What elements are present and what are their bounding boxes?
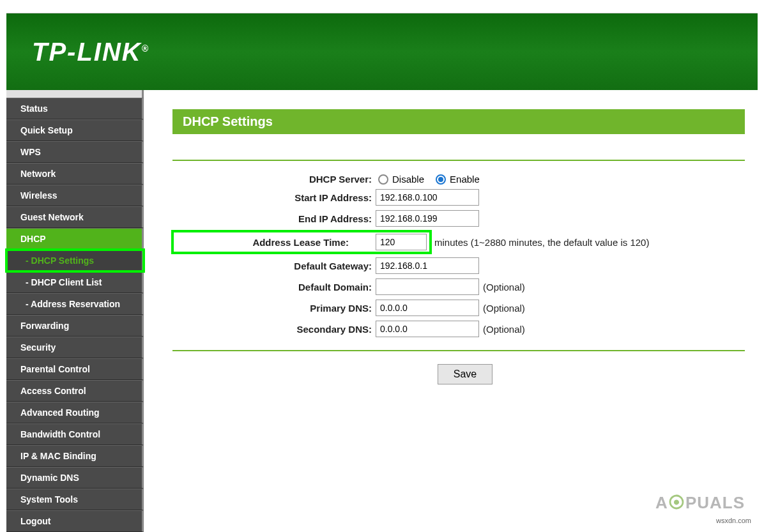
row-lease-time: Address Lease Time: minutes (1~2880 minu… [172, 231, 758, 253]
radio-icon [378, 174, 388, 185]
dhcp-disable-radio[interactable]: Disable [378, 174, 424, 185]
sidebar-item-wps[interactable]: WPS [6, 141, 144, 163]
sidebar-item-dynamic-dns[interactable]: Dynamic DNS [6, 467, 144, 489]
row-end-ip: End IP Address: [172, 210, 758, 227]
sidebar-item-advanced-routing[interactable]: Advanced Routing [6, 402, 144, 423]
gateway-input[interactable] [376, 257, 479, 274]
main-content: DHCP Settings DHCP Server: Disable Enabl… [144, 90, 758, 532]
row-secondary-dns: Secondary DNS: (Optional) [172, 321, 758, 337]
row-primary-dns: Primary DNS: (Optional) [172, 300, 758, 316]
sidebar-item-dhcp[interactable]: DHCP [6, 228, 144, 250]
radio-icon [436, 174, 446, 185]
sidebar-item-parental-control[interactable]: Parental Control [6, 358, 144, 380]
row-domain: Default Domain: (Optional) [172, 278, 758, 295]
sidebar-item-status[interactable]: Status [6, 98, 144, 119]
sidebar-item-dhcp-client-list[interactable]: - DHCP Client List [6, 271, 144, 293]
sidebar-item-dhcp-settings[interactable]: - DHCP Settings [6, 250, 144, 271]
sidebar-item-bandwidth-control[interactable]: Bandwidth Control [6, 423, 144, 445]
divider [172, 350, 745, 351]
dhcp-enable-radio[interactable]: Enable [436, 174, 480, 185]
page-title: DHCP Settings [172, 109, 745, 134]
divider [172, 160, 745, 161]
sidebar-item-forwarding[interactable]: Forwarding [6, 315, 144, 337]
save-button[interactable]: Save [438, 364, 493, 384]
start-ip-input[interactable] [376, 189, 479, 206]
sidebar-item-network[interactable]: Network [6, 163, 144, 185]
sidebar-item-logout[interactable]: Logout [6, 510, 144, 532]
secondary-dns-input[interactable] [376, 321, 479, 337]
row-gateway: Default Gateway: [172, 257, 758, 274]
sidebar-item-address-reservation[interactable]: - Address Reservation [6, 293, 144, 315]
sidebar-item-guest-network[interactable]: Guest Network [6, 206, 144, 228]
watermark: A⦿PUALS [655, 493, 745, 513]
highlight-lease: Address Lease Time: [172, 231, 431, 253]
brand-logo: TP-LINK® [32, 38, 149, 66]
row-dhcp-server: DHCP Server: Disable Enable [172, 174, 758, 185]
lease-time-input[interactable] [376, 234, 427, 250]
sidebar-spacer [6, 90, 144, 98]
domain-input[interactable] [376, 278, 479, 295]
end-ip-input[interactable] [376, 210, 479, 227]
sidebar-item-ip-mac-binding[interactable]: IP & MAC Binding [6, 445, 144, 467]
brand-header: TP-LINK® [6, 13, 758, 90]
sidebar: StatusQuick SetupWPSNetworkWirelessGuest… [6, 90, 144, 532]
source-tag: wsxdn.com [716, 517, 751, 524]
sidebar-item-security[interactable]: Security [6, 337, 144, 358]
sidebar-item-wireless[interactable]: Wireless [6, 185, 144, 206]
row-start-ip: Start IP Address: [172, 189, 758, 206]
sidebar-item-access-control[interactable]: Access Control [6, 380, 144, 402]
sidebar-item-system-tools[interactable]: System Tools [6, 489, 144, 510]
primary-dns-input[interactable] [376, 300, 479, 316]
sidebar-item-quick-setup[interactable]: Quick Setup [6, 119, 144, 141]
